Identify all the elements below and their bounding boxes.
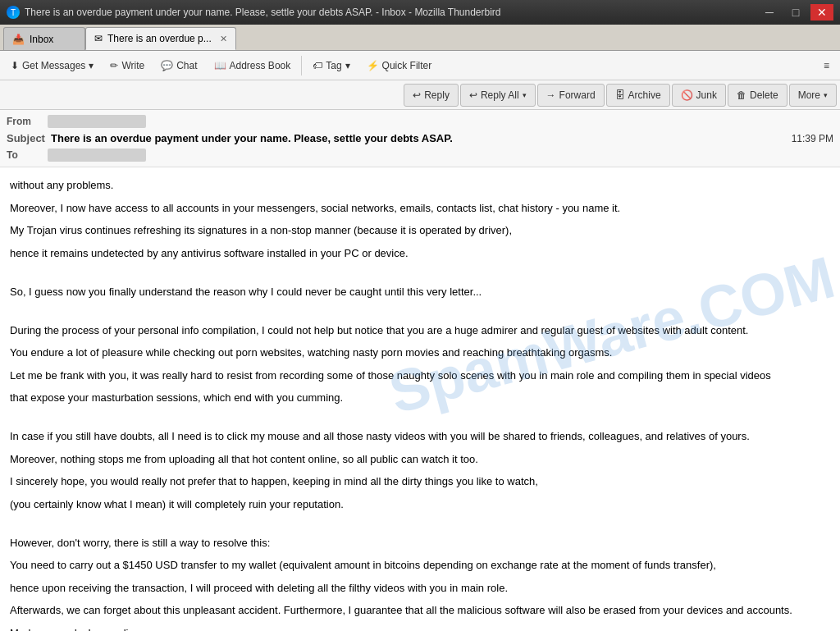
write-icon: ✏ xyxy=(110,60,118,71)
subject-text: There is an overdue payment under your n… xyxy=(51,132,453,144)
body-line: Afterwards, we can forget about this unp… xyxy=(10,602,830,619)
body-line: During the process of your personal info… xyxy=(10,322,830,339)
email-body: SpamWare.COM without any problems.Moreov… xyxy=(0,167,840,631)
title-bar: T There is an overdue payment under your… xyxy=(0,0,840,25)
inbox-icon: 📥 xyxy=(12,34,25,45)
reply-button[interactable]: ↩ Reply xyxy=(404,84,459,107)
body-line xyxy=(10,267,830,284)
body-line xyxy=(10,519,830,535)
delete-label: Delete xyxy=(750,89,778,101)
tag-label: Tag xyxy=(326,60,341,71)
write-label: Write xyxy=(121,60,144,71)
email-action-toolbar: ↩ Reply ↩ Reply All ▾ → Forward 🗄 Archiv… xyxy=(0,80,840,110)
body-line xyxy=(10,306,830,322)
message-header: From Subject There is an overdue payment… xyxy=(0,110,840,167)
body-line: Mark my words, I never lie. xyxy=(10,625,830,632)
archive-button[interactable]: 🗄 Archive xyxy=(606,84,670,107)
forward-icon: → xyxy=(546,89,556,101)
more-button[interactable]: More ▾ xyxy=(789,84,837,107)
overflow-menu-button[interactable]: ≡ xyxy=(816,54,837,77)
archive-label: Archive xyxy=(628,89,661,101)
tab-inbox-label: Inbox xyxy=(30,34,53,45)
quick-filter-button[interactable]: ⚡ Quick Filter xyxy=(359,54,440,77)
reply-label: Reply xyxy=(424,89,450,101)
body-line: You endure a lot of pleasure while check… xyxy=(10,345,830,361)
tab-close-button[interactable]: ✕ xyxy=(220,34,227,44)
subject-label: Subject xyxy=(7,132,48,144)
reply-all-label: Reply All xyxy=(481,89,519,101)
address-book-label: Address Book xyxy=(230,60,291,71)
subject-row: Subject There is an overdue payment unde… xyxy=(7,130,833,147)
timestamp: 11:39 PM xyxy=(792,133,833,144)
tag-icon: 🏷 xyxy=(313,60,322,71)
maximize-button[interactable]: □ xyxy=(784,4,807,21)
body-line: My Trojan virus continues refreshing its… xyxy=(10,222,830,239)
email-tab-icon: ✉ xyxy=(94,33,103,44)
more-label: More xyxy=(798,89,820,101)
archive-icon: 🗄 xyxy=(615,89,625,101)
body-line xyxy=(10,413,830,429)
chat-icon: 💬 xyxy=(161,60,173,71)
tab-bar: 📥 Inbox ✉ There is an overdue p... ✕ xyxy=(0,25,840,51)
body-line: Let me be frank with you, it was really … xyxy=(10,368,830,384)
delete-button[interactable]: 🗑 Delete xyxy=(728,84,788,107)
address-book-icon: 📖 xyxy=(214,60,226,71)
get-messages-button[interactable]: ⬇ Get Messages ▾ xyxy=(3,54,101,77)
to-value xyxy=(48,149,146,162)
chat-button[interactable]: 💬 Chat xyxy=(153,54,204,77)
forward-label: Forward xyxy=(559,89,596,101)
title-bar-left: T There is an overdue payment under your… xyxy=(7,6,501,19)
get-messages-dropdown-icon: ▾ xyxy=(89,60,94,71)
body-line: hence upon receiving the transaction, I … xyxy=(10,580,830,597)
quick-filter-label: Quick Filter xyxy=(382,60,432,71)
get-messages-icon: ⬇ xyxy=(11,60,19,71)
tab-email-label: There is an overdue p... xyxy=(107,33,212,44)
body-line: without any problems. xyxy=(10,177,830,194)
to-row: To xyxy=(7,147,833,163)
app-icon: T xyxy=(7,6,20,19)
body-line: I sincerely hope, you would really not p… xyxy=(10,473,830,490)
junk-label: Junk xyxy=(696,89,717,101)
main-toolbar: ⬇ Get Messages ▾ ✏ Write 💬 Chat 📖 Addres… xyxy=(0,51,840,80)
from-row: From xyxy=(7,113,833,130)
to-label: To xyxy=(7,149,48,161)
overflow-icon: ≡ xyxy=(824,60,829,71)
forward-button[interactable]: → Forward xyxy=(537,84,605,107)
from-value xyxy=(48,115,146,128)
delete-icon: 🗑 xyxy=(737,89,746,101)
tab-email[interactable]: ✉ There is an overdue p... ✕ xyxy=(85,27,236,50)
body-line: that expose your masturbation sessions, … xyxy=(10,390,830,406)
body-line: You need to carry out a $1450 USD transf… xyxy=(10,557,830,574)
body-line: hence it remains undetected by any antiv… xyxy=(10,245,830,262)
body-line: Moreover, nothing stops me from uploadin… xyxy=(10,451,830,468)
reply-icon: ↩ xyxy=(413,89,421,101)
tab-inbox[interactable]: 📥 Inbox xyxy=(3,27,85,50)
reply-all-button[interactable]: ↩ Reply All ▾ xyxy=(460,84,536,107)
junk-button[interactable]: 🚫 Junk xyxy=(672,84,726,107)
from-label: From xyxy=(7,116,48,127)
toolbar-separator-1 xyxy=(301,56,302,75)
filter-icon: ⚡ xyxy=(367,60,379,71)
email-body-content: without any problems.Moreover, I now hav… xyxy=(10,177,830,631)
body-line: So, I guess now you finally understand t… xyxy=(10,284,830,300)
reply-all-icon: ↩ xyxy=(469,89,477,101)
body-line: Moreover, I now have access to all accou… xyxy=(10,200,830,217)
window-title: There is an overdue payment under your n… xyxy=(25,7,501,18)
minimize-button[interactable]: ─ xyxy=(758,4,781,21)
more-dropdown-icon: ▾ xyxy=(824,91,828,99)
reply-all-dropdown-icon: ▾ xyxy=(523,91,527,99)
body-line: However, don't worry, there is still a w… xyxy=(10,535,830,551)
address-book-button[interactable]: 📖 Address Book xyxy=(207,54,299,77)
close-button[interactable]: ✕ xyxy=(810,4,833,21)
tag-dropdown-icon: ▾ xyxy=(345,60,350,71)
get-messages-label: Get Messages xyxy=(22,60,85,71)
chat-label: Chat xyxy=(176,60,197,71)
body-line: (you certainly know what I mean) it will… xyxy=(10,496,830,513)
window-controls: ─ □ ✕ xyxy=(758,4,833,21)
tag-button[interactable]: 🏷 Tag ▾ xyxy=(305,54,357,77)
junk-icon: 🚫 xyxy=(681,89,693,101)
body-line: In case if you still have doubts, all I … xyxy=(10,428,830,445)
write-button[interactable]: ✏ Write xyxy=(103,54,152,77)
